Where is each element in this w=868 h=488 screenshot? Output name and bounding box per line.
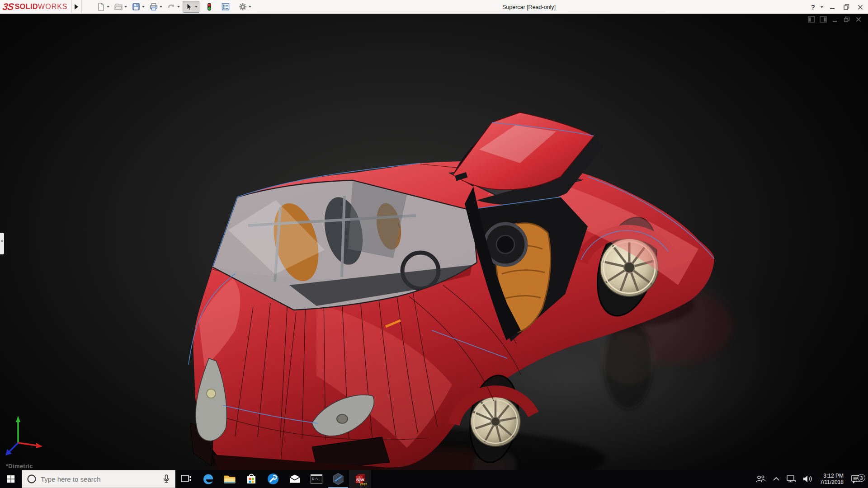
window-title: Supercar [Read-only]	[481, 4, 576, 10]
close-icon	[855, 16, 862, 23]
options-list-button[interactable]	[219, 1, 232, 13]
action-center-button[interactable]: 3	[847, 474, 868, 484]
help-button[interactable]: ?	[811, 3, 815, 11]
speaker-icon	[802, 474, 813, 483]
sw-icon-letters: SW	[356, 477, 365, 482]
solidworks-taskbar-button[interactable]: SW 2017	[349, 470, 371, 488]
windows-logo-icon	[7, 475, 15, 483]
edge-browser-button[interactable]	[197, 470, 219, 488]
system-tray: 3:12 PM 7/11/2018 3	[752, 470, 868, 488]
dropdown-caret-icon[interactable]	[107, 6, 109, 8]
dropdown-caret-icon[interactable]	[160, 6, 162, 8]
people-button[interactable]	[752, 470, 769, 488]
solidworks-logo-bold: SOLID	[15, 3, 38, 11]
microsoft-store-button[interactable]	[241, 470, 262, 488]
panel-tab-handle-icon	[1, 240, 3, 242]
save-button[interactable]	[130, 1, 146, 13]
collapsed-panel-tab[interactable]	[0, 233, 4, 254]
taskbar: C:\_ SW 2017	[0, 470, 868, 488]
search-input[interactable]	[41, 475, 158, 483]
cad-utility-hexagon-icon	[332, 473, 344, 485]
display-pane-right-button[interactable]	[819, 16, 827, 23]
solidworks-logo-light: WORKS	[38, 3, 67, 11]
options-list-icon	[221, 2, 230, 11]
undo-button[interactable]	[165, 1, 182, 13]
microsoft-store-icon	[245, 473, 257, 485]
hidden-icons-button[interactable]	[769, 470, 783, 488]
print-icon	[149, 2, 158, 11]
cortana-icon	[27, 474, 37, 484]
support-tool-button[interactable]	[262, 470, 284, 488]
save-icon	[132, 2, 141, 11]
file-explorer-button[interactable]	[219, 470, 241, 488]
open-document-icon	[114, 2, 123, 11]
dropdown-caret-icon[interactable]	[249, 6, 251, 8]
cad-utility-button[interactable]	[327, 470, 349, 488]
help-dropdown-caret-icon[interactable]	[821, 6, 823, 8]
network-icon	[786, 475, 796, 483]
task-view-icon	[180, 474, 192, 484]
mail-button[interactable]	[284, 470, 306, 488]
flyout-expand-icon	[75, 4, 78, 9]
open-document-button[interactable]	[112, 1, 129, 13]
quick-access-toolbar	[94, 1, 253, 13]
solidworks-logo-mark: 3S	[2, 1, 14, 12]
rebuild-button[interactable]	[204, 1, 215, 13]
solidworks-logo: 3S SOLID WORKS	[0, 0, 72, 14]
task-view-button[interactable]	[175, 470, 197, 488]
menu-flyout-button[interactable]	[72, 0, 82, 14]
start-button[interactable]	[0, 470, 22, 488]
sw-icon-year: 2017	[360, 483, 367, 486]
mail-icon	[288, 474, 301, 484]
display-pane-right-icon	[820, 16, 827, 23]
dropdown-caret-icon[interactable]	[142, 6, 145, 8]
edge-browser-icon	[202, 473, 214, 485]
settings-button[interactable]	[236, 1, 253, 13]
dropdown-caret-icon[interactable]	[195, 6, 198, 8]
taskbar-search[interactable]	[22, 470, 175, 488]
minimize-icon	[832, 16, 838, 23]
doc-close-button[interactable]	[854, 16, 863, 23]
rebuild-traffic-light-icon	[206, 2, 213, 11]
clock-date: 7/11/2018	[820, 479, 844, 485]
network-button[interactable]	[783, 470, 799, 488]
solidworks-app-icon: SW 2017	[353, 472, 367, 486]
file-explorer-icon	[223, 474, 236, 484]
volume-button[interactable]	[799, 470, 816, 488]
command-prompt-icon: C:\_	[310, 474, 323, 484]
doc-restore-button[interactable]	[843, 16, 851, 23]
orientation-triad	[2, 412, 52, 457]
select-tool-button[interactable]	[183, 1, 199, 13]
close-icon	[858, 5, 863, 10]
restore-icon	[844, 4, 849, 10]
display-pane-left-icon	[808, 16, 815, 23]
close-button[interactable]	[855, 2, 865, 12]
clock-time: 3:12 PM	[820, 473, 844, 479]
taskbar-clock[interactable]: 3:12 PM 7/11/2018	[816, 473, 848, 485]
people-icon	[755, 474, 766, 483]
chevron-up-icon	[773, 476, 780, 482]
restore-button[interactable]	[841, 2, 851, 12]
dropdown-caret-icon[interactable]	[177, 6, 180, 8]
notification-badge: 3	[858, 474, 865, 482]
minimize-icon	[830, 5, 835, 10]
undo-icon	[167, 2, 176, 11]
minimize-button[interactable]	[827, 2, 837, 12]
model-viewport-render[interactable]	[0, 14, 868, 470]
print-button[interactable]	[147, 1, 164, 13]
display-pane-left-button[interactable]	[807, 16, 816, 23]
doc-minimize-button[interactable]	[831, 16, 839, 23]
restore-icon	[844, 16, 850, 23]
dropdown-caret-icon[interactable]	[124, 6, 127, 8]
view-orientation-label: *Dimetric	[6, 463, 33, 469]
support-tool-wrench-icon	[267, 473, 279, 485]
titlebar: 3S SOLID WORKS	[0, 0, 868, 14]
settings-gear-icon	[238, 2, 247, 11]
graphics-area[interactable]: *Dimetric	[0, 14, 868, 470]
microphone-icon[interactable]	[162, 474, 170, 484]
new-document-icon	[96, 2, 105, 11]
command-prompt-button[interactable]: C:\_	[306, 470, 327, 488]
new-document-button[interactable]	[94, 1, 111, 13]
desktop: 3S SOLID WORKS	[0, 0, 868, 488]
titlebar-controls: ?	[811, 0, 865, 14]
